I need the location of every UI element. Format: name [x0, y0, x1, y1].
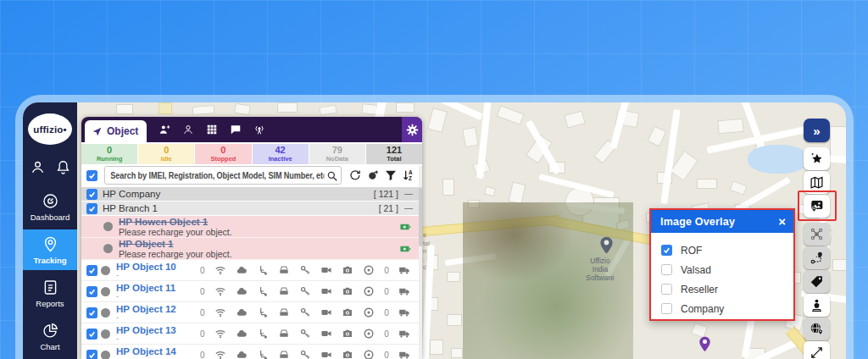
sort-button-icon[interactable]: AZ: [402, 168, 415, 182]
overlay-label: Reseller: [681, 284, 718, 295]
bell-icon[interactable]: [55, 159, 71, 175]
select-all-checkbox[interactable]: [86, 170, 97, 181]
object-status-dot: [101, 329, 110, 339]
label-button[interactable]: [804, 270, 830, 293]
overlay-option-valsad[interactable]: Valsad: [661, 260, 793, 279]
uffizio-logo[interactable]: uffizio•: [28, 113, 72, 145]
broadcast-icon[interactable]: [253, 124, 265, 135]
status-chip-nodata[interactable]: 79NoData: [309, 144, 365, 164]
status-bar: 0Running0Idle0Stopped42Inactive79NoData1…: [81, 144, 422, 164]
expand-panel-button[interactable]: »: [804, 119, 830, 142]
route-button[interactable]: [804, 246, 830, 269]
panel-scrollbar[interactable]: [419, 166, 422, 359]
overlay-option-rof[interactable]: ROF: [661, 240, 793, 260]
map-road: [660, 109, 681, 204]
tab-object[interactable]: Object: [85, 120, 147, 142]
sidebar-item-tracking[interactable]: Tracking: [23, 229, 77, 270]
refresh-button-icon[interactable]: [348, 168, 362, 182]
close-icon[interactable]: ×: [778, 215, 786, 228]
object-row[interactable]: HP Object 12-00: [81, 302, 419, 323]
overlay-checkbox[interactable]: [661, 284, 672, 295]
group-count: [ 21 ]: [379, 203, 398, 213]
alert-row[interactable]: HP Howen Object 1Please recharge your ob…: [81, 216, 419, 238]
sidebar-item-reports[interactable]: Reports: [23, 273, 77, 313]
box-icon: [278, 285, 290, 297]
map-building: [427, 108, 448, 133]
collapse-icon[interactable]: —: [404, 204, 413, 213]
status-chip-idle[interactable]: 0Idle: [138, 144, 194, 164]
search-icon[interactable]: [326, 170, 338, 182]
object-row[interactable]: HP Object 14-00: [81, 345, 419, 359]
chat-icon[interactable]: [230, 124, 242, 135]
route-icon: [810, 251, 824, 265]
settings-button[interactable]: [402, 117, 422, 142]
object-checkbox[interactable]: [86, 286, 97, 297]
object-checkbox[interactable]: [86, 350, 97, 359]
image-overlay-button[interactable]: [804, 195, 830, 218]
overlay-label: ROF: [681, 245, 702, 257]
person-pin-icon: [810, 298, 824, 312]
image-overlay-popup: Image Overlay × ROFValsadResellerCompany: [649, 208, 795, 321]
wifi-icon: [214, 349, 226, 359]
map-pin-icon[interactable]: [599, 236, 614, 255]
user-icon[interactable]: [182, 124, 194, 135]
filter-button-icon[interactable]: [384, 168, 398, 182]
camera-icon: [342, 328, 353, 340]
alert-row[interactable]: HP Object 1Please recharge your object.: [81, 238, 419, 260]
star-icon: [810, 152, 824, 166]
object-checkbox[interactable]: [86, 329, 97, 340]
object-checkbox[interactable]: [86, 265, 97, 276]
status-chip-running[interactable]: 0Running: [81, 144, 137, 164]
map-building: [451, 348, 463, 358]
street-view-button[interactable]: [804, 294, 830, 317]
disc-icon: [363, 307, 375, 318]
overlay-option-reseller[interactable]: Reseller: [661, 279, 793, 299]
overlay-checkbox[interactable]: [661, 245, 672, 256]
sidebar-item-chart[interactable]: Chart: [23, 316, 77, 356]
map-building: [447, 272, 460, 282]
key-icon: [299, 264, 311, 276]
object-row[interactable]: HP Object 13-00: [81, 323, 419, 345]
video-icon: [320, 264, 332, 276]
sidebar-item-dashboard[interactable]: Dashboard: [23, 186, 77, 227]
group-checkbox[interactable]: [86, 203, 97, 214]
count-right: 0: [384, 266, 389, 275]
object-row[interactable]: HP Object 11-00: [81, 281, 419, 302]
search-box: [104, 166, 342, 185]
user-icon[interactable]: [30, 159, 46, 175]
drone-button[interactable]: [804, 223, 830, 246]
object-status-dot: [101, 351, 110, 359]
overlay-option-company[interactable]: Company: [661, 299, 793, 318]
group-name: HP Branch 1: [103, 203, 158, 213]
search-input[interactable]: [105, 167, 341, 184]
camera-icon: [342, 307, 353, 318]
object-checkbox[interactable]: [86, 307, 97, 318]
status-chip-stopped[interactable]: 0Stopped: [195, 144, 251, 164]
resize-button[interactable]: [804, 341, 830, 359]
group-checkbox[interactable]: [86, 189, 97, 200]
truck-icon: [398, 349, 410, 359]
recharge-icon[interactable]: [398, 243, 413, 255]
user-add-icon[interactable]: [159, 124, 170, 135]
group-row[interactable]: HP Branch 1[ 21 ]—: [81, 202, 419, 216]
svg-text:A: A: [409, 169, 413, 175]
group-row[interactable]: HP Company[ 121 ]—: [81, 187, 419, 202]
status-chip-total[interactable]: 121Total: [366, 144, 422, 164]
camera-icon: [342, 285, 353, 297]
overlay-checkbox[interactable]: [661, 303, 672, 314]
recharge-icon[interactable]: [398, 221, 413, 233]
purple-pin-icon[interactable]: [698, 336, 711, 353]
camera-icon: [342, 264, 353, 276]
object-row[interactable]: HP Object 10-00: [81, 260, 419, 281]
grid-icon[interactable]: [206, 124, 218, 135]
favorites-button[interactable]: [804, 147, 830, 170]
sync-button-icon[interactable]: [366, 168, 380, 182]
map-toolbar: »: [803, 119, 831, 359]
object-name: HP Object 13: [116, 325, 189, 335]
map-type-button[interactable]: [804, 171, 830, 194]
overlay-checkbox[interactable]: [661, 264, 672, 275]
app-window: Uffizio India Softwareetaln:c uffizio• D…: [23, 102, 846, 359]
geo-overlay-button[interactable]: [804, 318, 830, 340]
status-chip-inactive[interactable]: 42Inactive: [253, 144, 309, 164]
collapse-icon[interactable]: —: [404, 190, 413, 198]
